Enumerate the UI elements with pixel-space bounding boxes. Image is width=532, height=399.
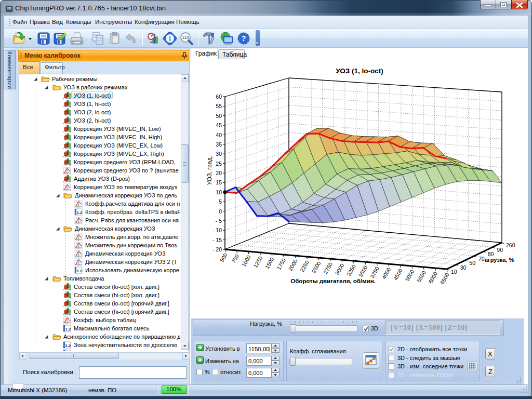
svg-text:5: 5 bbox=[219, 198, 222, 205]
svg-text:40: 40 bbox=[216, 132, 222, 138]
svg-text:70: 70 bbox=[478, 256, 485, 262]
svg-text:55: 55 bbox=[216, 103, 222, 109]
svg-text:- 20: - 20 bbox=[212, 246, 222, 252]
svg-text:- 10: - 10 bbox=[212, 227, 222, 233]
svg-text:0: 0 bbox=[219, 208, 222, 215]
svg-text:- 5: - 5 bbox=[216, 218, 222, 224]
svg-text:10: 10 bbox=[451, 269, 457, 275]
svg-text:1.2: 1.2 bbox=[65, 327, 71, 331]
svg-text:45: 45 bbox=[216, 122, 222, 128]
svg-text:10: 10 bbox=[216, 189, 222, 195]
svg-text:агрузка, %: агрузка, % bbox=[485, 257, 514, 263]
svg-text:?: ? bbox=[242, 34, 246, 43]
svg-text:1.2: 1.2 bbox=[76, 269, 83, 273]
svg-text:35: 35 bbox=[216, 141, 222, 148]
svg-text:50: 50 bbox=[469, 260, 475, 266]
svg-text:30: 30 bbox=[216, 151, 222, 157]
svg-text:1.2: 1.2 bbox=[76, 210, 83, 215]
svg-text:УОЗ (1, lo-oct): УОЗ (1, lo-oct) bbox=[336, 67, 383, 75]
svg-text:60: 60 bbox=[216, 94, 222, 100]
svg-text:УОЗ, град.: УОЗ, град. bbox=[206, 156, 212, 185]
svg-text:Обороты двигателя, об/мин.: Обороты двигателя, об/мин. bbox=[290, 278, 376, 284]
svg-text:20: 20 bbox=[216, 170, 222, 176]
svg-text:i: i bbox=[169, 35, 171, 43]
svg-text:260: 260 bbox=[506, 242, 515, 248]
svg-text:25: 25 bbox=[216, 161, 222, 167]
svg-text:1.2: 1.2 bbox=[65, 343, 71, 348]
svg-text:50: 50 bbox=[216, 113, 222, 119]
svg-text:30: 30 bbox=[460, 264, 467, 271]
svg-text:15: 15 bbox=[216, 179, 222, 185]
svg-text:- 15: - 15 bbox=[212, 237, 222, 243]
svg-text:110: 110 bbox=[182, 35, 189, 40]
svg-text:90: 90 bbox=[497, 247, 503, 253]
